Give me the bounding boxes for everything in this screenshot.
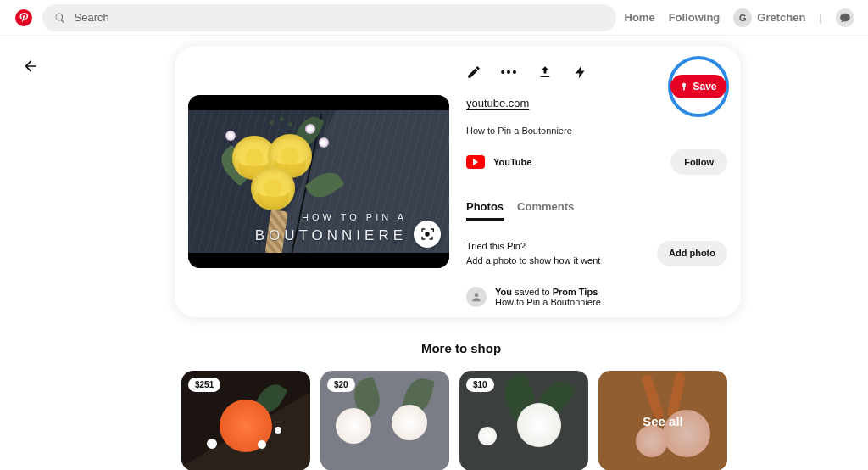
pin-image[interactable]: HOW TO PIN A BOUTONNIERE (188, 95, 449, 268)
avatar-initial: G (733, 8, 752, 27)
you-label: You (495, 287, 512, 297)
creator-row: YouTube Follow (466, 149, 727, 175)
more-to-shop: More to shop $251 $20 $10 See all (181, 341, 741, 470)
pin-image-caption: HOW TO PIN A BOUTONNIERE (255, 210, 439, 246)
messages-icon[interactable] (836, 8, 854, 27)
saved-info: You saved to Prom Tips How to Pin a Bout… (466, 287, 601, 307)
see-all-label: See all (598, 371, 727, 470)
search-icon (54, 12, 66, 24)
price-badge: $20 (327, 378, 355, 392)
pin-title: How to Pin a Boutonniere (466, 126, 727, 136)
header-nav: Home Following G Gretchen | (625, 8, 855, 27)
tab-photos[interactable]: Photos (466, 200, 504, 221)
shop-item[interactable]: $20 (320, 371, 449, 470)
bolt-icon[interactable] (573, 64, 588, 80)
user-menu[interactable]: G Gretchen (733, 8, 805, 27)
shop-item-see-all[interactable]: See all (598, 371, 727, 470)
user-avatar-icon (466, 287, 487, 307)
shop-item[interactable]: $251 (181, 371, 310, 470)
nav-following[interactable]: Following (669, 11, 721, 24)
pin-icon (680, 81, 688, 92)
price-badge: $251 (188, 378, 220, 392)
tab-comments[interactable]: Comments (517, 200, 574, 221)
pin-card: HOW TO PIN A BOUTONNIERE ••• Save (175, 46, 741, 317)
source-link[interactable]: youtube.com (466, 97, 529, 109)
user-name: Gretchen (757, 11, 805, 24)
shop-item[interactable]: $10 (459, 371, 588, 470)
nav-home[interactable]: Home (625, 11, 655, 24)
save-button[interactable]: Save (670, 75, 726, 98)
search-input[interactable] (75, 11, 604, 24)
tried-pin-prompt: Tried this Pin? Add a photo to show how … (466, 239, 727, 267)
pin-details: ••• Save youtube.com How to Pin a Bouton… (466, 59, 727, 304)
price-badge: $10 (466, 378, 494, 392)
board-name[interactable]: Prom Tips (553, 287, 598, 297)
youtube-icon (466, 155, 485, 169)
visual-search-icon[interactable] (414, 221, 441, 248)
pinterest-logo-icon[interactable] (14, 8, 34, 28)
share-icon[interactable] (537, 64, 553, 80)
edit-icon[interactable] (466, 64, 481, 80)
search-bar[interactable] (42, 4, 616, 31)
pin-tabs: Photos Comments (466, 200, 727, 221)
more-to-shop-title: More to shop (181, 341, 741, 355)
follow-button[interactable]: Follow (670, 149, 727, 175)
back-button[interactable] (19, 54, 42, 78)
app-header: Home Following G Gretchen | (0, 0, 868, 36)
creator-name[interactable]: YouTube (493, 157, 531, 167)
saved-subtitle: How to Pin a Boutonniere (495, 297, 601, 307)
save-highlight-circle: Save (668, 56, 729, 117)
more-options-icon[interactable]: ••• (502, 64, 517, 80)
svg-point-1 (475, 293, 479, 297)
add-photo-button[interactable]: Add photo (657, 241, 727, 266)
